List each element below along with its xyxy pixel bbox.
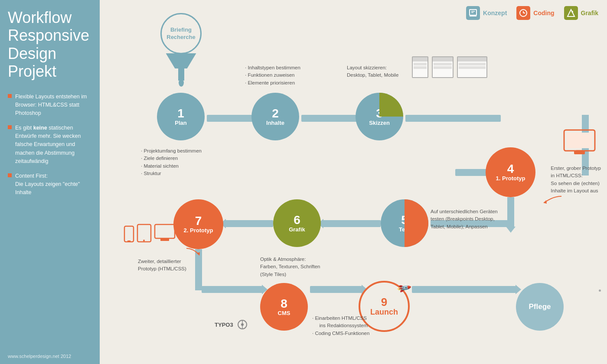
svg-rect-15 bbox=[137, 224, 151, 242]
annotation-step5: Auf unterschiedlichen Gerätentesten (Bre… bbox=[431, 208, 498, 231]
bullet-2: Es gibt keine statischen Entwürfe mehr. … bbox=[8, 124, 92, 166]
step-2-circle: 2 Inhalte bbox=[251, 93, 299, 140]
legend-coding-label: Coding bbox=[533, 10, 554, 16]
end-dot bbox=[599, 289, 601, 292]
legend-coding: Coding bbox=[516, 6, 554, 20]
svg-rect-19 bbox=[160, 238, 169, 241]
sidebar: WorkflowResponsiveDesignProjekt Flexible… bbox=[0, 0, 100, 364]
arrow-1-2 bbox=[207, 115, 254, 122]
svg-marker-12 bbox=[543, 200, 547, 204]
step3-text-sub: Desktop, Tablet, Mobile bbox=[347, 72, 398, 79]
step1-item-1: Projektumfang bestimmen bbox=[141, 147, 202, 155]
step5-text: Auf unterschiedlichen Gerätentesten (Bre… bbox=[431, 208, 498, 231]
step-9-label: Launch bbox=[370, 308, 398, 317]
svg-rect-13 bbox=[124, 226, 134, 242]
funnel-drop bbox=[179, 80, 184, 87]
briefing-circle: BriefingRecherche bbox=[160, 13, 202, 54]
annotation-step3: Layout skizzieren: Desktop, Tablet, Mobi… bbox=[347, 64, 398, 79]
briefing-funnel: BriefingRecherche bbox=[160, 13, 202, 87]
cms-labels: TYPO3 bbox=[215, 320, 247, 329]
step-4-num: 4 bbox=[507, 163, 514, 175]
step-4-circle: 4 1. Prototyp bbox=[486, 147, 535, 197]
step4-text: Erster, grober Prototypin HTML/CSS:So se… bbox=[551, 165, 601, 195]
grafik-icon bbox=[564, 6, 578, 20]
coding-icon bbox=[516, 6, 530, 20]
step-7-circle: 7 2. Prototyp bbox=[173, 199, 223, 249]
step-5-label: Test bbox=[399, 226, 410, 233]
step-6-label: Grafik bbox=[289, 226, 305, 233]
svg-point-16 bbox=[143, 240, 145, 241]
arrow-6-7 bbox=[225, 220, 273, 227]
bullet-square-2 bbox=[8, 125, 12, 129]
device-icons bbox=[124, 224, 176, 243]
funnel-body bbox=[166, 53, 196, 68]
arrow-8-9 bbox=[310, 286, 362, 293]
step-3-circle: 3 Skizzen bbox=[356, 93, 403, 140]
step7-text: Zweiter, detaillierterPrototyp (HTML/CSS… bbox=[138, 258, 186, 273]
step-2-label: Inhalte bbox=[266, 120, 284, 126]
step-3-label: Skizzen bbox=[369, 120, 390, 126]
step3-text-top: Layout skizzieren: bbox=[347, 64, 398, 72]
sidebar-footer: www.schelperdesign.net 2012 bbox=[8, 354, 71, 359]
step6-text: Optik & Atmosphäre:Farben, Texturen, Sch… bbox=[260, 256, 320, 278]
step-5-circle: 5 Test bbox=[381, 199, 428, 247]
monitor-icon bbox=[563, 129, 596, 157]
bullet-1: Flexible Layouts entstehen im Browser: H… bbox=[8, 93, 92, 118]
svg-rect-11 bbox=[574, 151, 585, 154]
step-1-label: Plan bbox=[175, 120, 186, 126]
step-1-circle: 1 Plan bbox=[157, 93, 205, 140]
step-5-num: 5 bbox=[401, 214, 408, 226]
step1-list: Projektumfang bestimmen Ziele definieren… bbox=[141, 147, 202, 177]
annotation-step1: Projektumfang bestimmen Ziele definieren… bbox=[141, 147, 202, 177]
bullet-3: Content First:Die Layouts zeigen "echte"… bbox=[8, 172, 92, 197]
svg-rect-9 bbox=[567, 133, 592, 148]
step-9-num: 9 bbox=[381, 296, 387, 308]
step-8-num: 8 bbox=[281, 298, 287, 310]
legend-grafik: Grafik bbox=[564, 6, 598, 20]
main-content: Konzept Coding Grafik BriefingRecherche bbox=[100, 0, 607, 364]
step-3-num: 3 bbox=[376, 107, 383, 120]
step1-item-4: Struktur bbox=[141, 170, 202, 177]
funnel-stem bbox=[178, 68, 184, 81]
step8-item-1: Einarbeiten HTML/CSS ins Redaktionssyste… bbox=[312, 315, 369, 330]
step2-item-2: Funktionen zuweisen bbox=[245, 72, 300, 79]
step8-list: Einarbeiten HTML/CSS ins Redaktionssyste… bbox=[312, 315, 369, 337]
annotation-step8: Einarbeiten HTML/CSS ins Redaktionssyste… bbox=[312, 315, 369, 337]
sketch-1 bbox=[412, 56, 428, 78]
legend-konzept-label: Konzept bbox=[483, 10, 507, 16]
step-6-num: 6 bbox=[294, 214, 300, 226]
step1-item-3: Material sichten bbox=[141, 162, 202, 170]
sketch-3 bbox=[457, 56, 487, 78]
step-8-circle: 8 CMS bbox=[260, 283, 308, 331]
wireframe-sketches bbox=[412, 56, 487, 78]
pflege-label: Pflege bbox=[529, 302, 551, 311]
sidebar-bullets: Flexible Layouts entstehen im Browser: H… bbox=[8, 93, 92, 197]
arrow-5-6 bbox=[323, 220, 381, 227]
step-1-num: 1 bbox=[177, 107, 184, 120]
arrow-3-right bbox=[405, 115, 501, 122]
curved-arrow-7 bbox=[184, 246, 202, 259]
phone-icon bbox=[124, 225, 134, 243]
monitor-container bbox=[563, 129, 596, 159]
step-7-label: 2. Prototyp bbox=[184, 227, 213, 234]
pflege-circle: Pflege bbox=[516, 283, 564, 331]
konzept-icon bbox=[466, 6, 480, 20]
annotation-step2: Inhaltstypen bestimmen Funktionen zuweis… bbox=[245, 64, 300, 87]
arrow-to-c4 bbox=[455, 169, 490, 176]
svg-point-7 bbox=[571, 11, 573, 13]
step2-item-1: Inhaltstypen bestimmen bbox=[245, 64, 300, 72]
bullet-square-1 bbox=[8, 94, 12, 98]
sketch-2 bbox=[432, 56, 454, 78]
svg-rect-17 bbox=[155, 224, 175, 238]
wordpress-icon bbox=[238, 320, 247, 329]
step-6-circle: 6 Grafik bbox=[273, 199, 321, 247]
tablet-icon bbox=[137, 224, 152, 243]
bullet-text-1: Flexible Layouts entstehen im Browser: H… bbox=[15, 93, 92, 118]
legend-bar: Konzept Coding Grafik bbox=[466, 6, 598, 20]
briefing-text: BriefingRecherche bbox=[166, 26, 195, 41]
step1-item-2: Ziele definieren bbox=[141, 155, 202, 162]
annotation-step6: Optik & Atmosphäre:Farben, Texturen, Sch… bbox=[260, 256, 320, 278]
typo3-label: TYPO3 bbox=[215, 322, 233, 328]
step-7-num: 7 bbox=[195, 215, 202, 227]
step2-item-3: Elemente priorisieren bbox=[245, 79, 300, 87]
